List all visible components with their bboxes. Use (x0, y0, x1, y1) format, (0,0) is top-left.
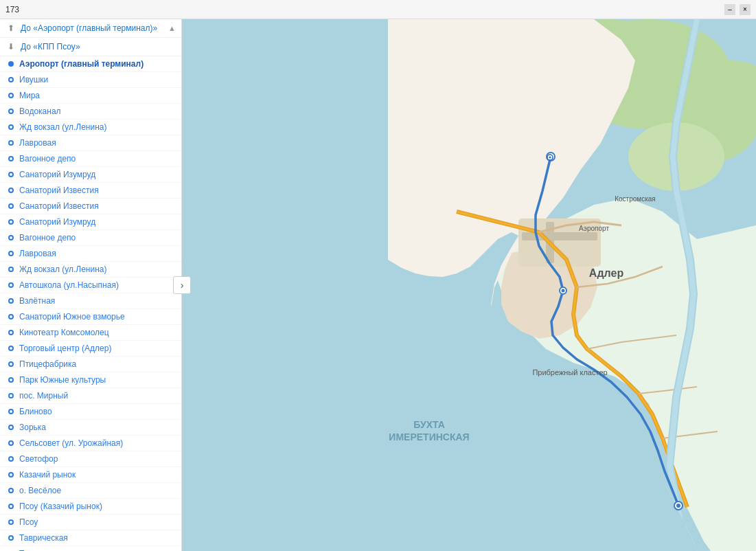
route-item-1[interactable]: ⬆ До «Аэропорт (главный терминал)» ▲ (0, 19, 181, 38)
stop-label-21: Парк Южные культуры (19, 375, 106, 385)
stop-dot-29 (8, 504, 14, 509)
stop-item-29[interactable]: Псоу (Казачий рынок) (0, 499, 181, 515)
stop-dot-2 (8, 77, 14, 82)
stop-dot-12 (8, 235, 14, 240)
stop-label-1: Аэропорт (главный терминал) (19, 59, 144, 69)
stop-item-2[interactable]: Ивушки (0, 72, 181, 88)
stop-label-27: Казачий рынок (19, 470, 76, 480)
map-svg: Адлер БУХТА ИМЕРЕТИНСКАЯ Прибрежный клас… (182, 19, 756, 551)
stop-label-31: Таврическая (19, 533, 68, 543)
stop-item-32[interactable]: Таврическая (0, 546, 181, 551)
main-content: ⬆ До «Аэропорт (главный терминал)» ▲ ⬇ Д… (0, 19, 756, 551)
stop-label-12: Вагонное депо (19, 233, 76, 243)
stop-item-22[interactable]: пос. Мирный (0, 388, 181, 404)
stop-item-6[interactable]: Лавровая (0, 135, 181, 151)
stop-label-7: Вагонное депо (19, 154, 76, 164)
route-icon-1: ⬆ (5, 23, 16, 34)
stop-item-11[interactable]: Санаторий Изумруд (0, 214, 181, 230)
stop-item-19[interactable]: Торговый центр (Адлер) (0, 341, 181, 357)
stop-dot-25 (8, 440, 14, 446)
stop-label-25: Сельсовет (ул. Урожайная) (19, 438, 123, 448)
expand-sidebar-button[interactable]: › (173, 276, 191, 294)
stop-label-14: Жд вокзал (ул.Ленина) (19, 265, 106, 274)
route-item-2[interactable]: ⬇ До «КПП Псоу» (0, 38, 181, 56)
stop-dot-19 (8, 346, 14, 351)
stop-item-24[interactable]: Зорька (0, 420, 181, 436)
stop-item-1[interactable]: Аэропорт (главный терминал) (0, 56, 181, 72)
stop-item-27[interactable]: Казачий рынок (0, 467, 181, 483)
stop-label-5: Жд вокзал (ул.Ленина) (19, 122, 106, 132)
svg-text:Аэропорт: Аэропорт (579, 225, 609, 232)
stop-item-18[interactable]: Кинотеатр Комсомолец (0, 325, 181, 341)
stop-item-17[interactable]: Санаторий Южное взморье (0, 309, 181, 325)
stop-dot-4 (8, 109, 14, 114)
stop-item-3[interactable]: Мира (0, 88, 181, 104)
window-controls: – × (724, 4, 751, 15)
stop-item-7[interactable]: Вагонное депо (0, 151, 181, 167)
stop-label-22: пос. Мирный (19, 391, 68, 401)
stop-label-20: Птицефабрика (19, 359, 76, 369)
stop-dot-9 (8, 188, 14, 193)
stop-item-5[interactable]: Жд вокзал (ул.Ленина) (0, 120, 181, 135)
route-icon-2: ⬇ (5, 41, 16, 52)
stop-dot-7 (8, 156, 14, 161)
stop-item-25[interactable]: Сельсовет (ул. Урожайная) (0, 436, 181, 451)
route-arrow-1: ▲ (168, 24, 176, 32)
stop-dot-15 (8, 282, 14, 288)
stop-dot-17 (8, 314, 14, 319)
stop-label-10: Санаторий Известия (19, 201, 99, 211)
stop-dot-14 (8, 267, 14, 272)
svg-text:Костромская: Костромская (615, 195, 656, 203)
svg-point-22 (549, 157, 551, 159)
stop-item-26[interactable]: Светофор (0, 451, 181, 467)
svg-text:Адлер: Адлер (589, 267, 624, 279)
stop-label-15: Автошкола (ул.Насыпная) (19, 280, 119, 290)
stop-label-18: Кинотеатр Комсомолец (19, 328, 109, 337)
stop-item-30[interactable]: Псоу (0, 515, 181, 530)
stop-dot-16 (8, 298, 14, 304)
stop-dot-3 (8, 93, 14, 98)
stop-item-10[interactable]: Санаторий Известия (0, 199, 181, 214)
svg-point-14 (562, 289, 565, 293)
stop-item-8[interactable]: Санаторий Изумруд (0, 167, 181, 183)
svg-text:ИМЕРЕТИНСКАЯ: ИМЕРЕТИНСКАЯ (389, 431, 469, 442)
stop-item-28[interactable]: о. Весёлое (0, 483, 181, 499)
stop-item-31[interactable]: Таврическая (0, 530, 181, 546)
stop-dot-20 (8, 361, 14, 367)
map-container[interactable]: Адлер БУХТА ИМЕРЕТИНСКАЯ Прибрежный клас… (182, 19, 756, 551)
stop-dot-1 (8, 61, 14, 67)
svg-text:Прибрежный кластер: Прибрежный кластер (532, 368, 607, 376)
stop-dot-11 (8, 219, 14, 225)
stop-dot-6 (8, 140, 14, 146)
stop-dot-13 (8, 251, 14, 256)
minimize-button[interactable]: – (724, 4, 735, 15)
stop-item-14[interactable]: Жд вокзал (ул.Ленина) (0, 262, 181, 278)
title-bar: 173 – × (0, 0, 756, 19)
sidebar-wrapper: ⬆ До «Аэропорт (главный терминал)» ▲ ⬇ Д… (0, 19, 182, 551)
stop-label-2: Ивушки (19, 75, 48, 85)
stop-item-23[interactable]: Блиново (0, 404, 181, 420)
stop-item-13[interactable]: Лавровая (0, 246, 181, 262)
stop-label-4: Водоканал (19, 106, 61, 116)
stop-dot-23 (8, 409, 14, 414)
stop-dot-22 (8, 393, 14, 398)
svg-point-12 (676, 504, 680, 508)
stop-item-20[interactable]: Птицефабрика (0, 357, 181, 372)
stop-label-3: Мира (19, 91, 40, 100)
stop-dot-10 (8, 203, 14, 209)
stop-label-11: Санаторий Изумруд (19, 217, 95, 227)
stop-dot-21 (8, 377, 14, 383)
sidebar: ⬆ До «Аэропорт (главный терминал)» ▲ ⬇ Д… (0, 19, 182, 551)
stop-label-8: Санаторий Изумруд (19, 170, 95, 179)
svg-text:БУХТА: БУХТА (413, 419, 445, 430)
stops-list[interactable]: Аэропорт (главный терминал)ИвушкиМираВод… (0, 56, 181, 551)
close-button[interactable]: × (740, 4, 751, 15)
stop-item-21[interactable]: Парк Южные культуры (0, 372, 181, 388)
stop-item-15[interactable]: Автошкола (ул.Насыпная) (0, 278, 181, 293)
svg-rect-7 (522, 232, 597, 240)
stop-label-16: Взлётная (19, 296, 55, 306)
stop-item-4[interactable]: Водоканал (0, 104, 181, 120)
stop-item-9[interactable]: Санаторий Известия (0, 183, 181, 199)
stop-item-16[interactable]: Взлётная (0, 293, 181, 309)
stop-item-12[interactable]: Вагонное депо (0, 230, 181, 246)
